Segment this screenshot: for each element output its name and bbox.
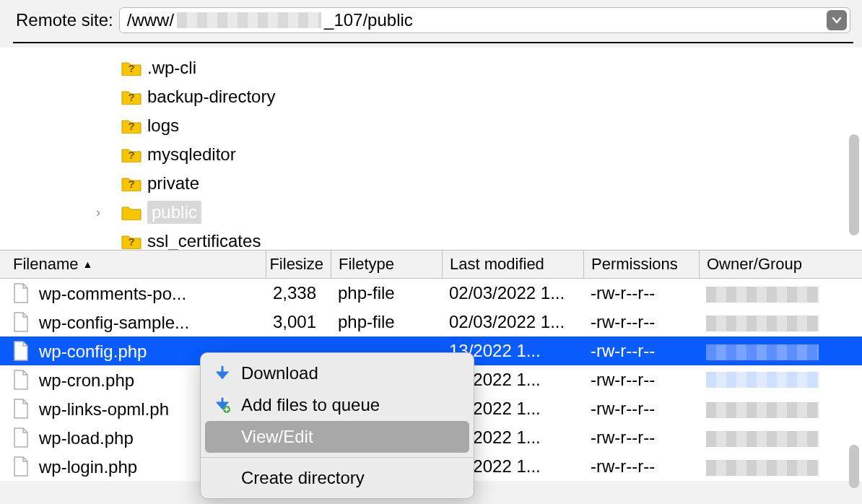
column-filename[interactable]: Filename▲ <box>13 251 266 278</box>
ctx-download[interactable]: Download <box>201 357 474 389</box>
tree-item-label: mysqleditor <box>147 144 236 165</box>
folder-unknown-icon <box>121 89 142 105</box>
tree-scrollbar[interactable] <box>849 134 859 235</box>
file-table-scrollbar[interactable] <box>849 445 859 488</box>
cell-permissions: -rw-r--r-- <box>583 427 699 448</box>
cell-filetype: php-file <box>331 312 442 332</box>
ctx-create-directory-label: Create directory <box>241 468 365 488</box>
remote-tree-pane: ›.wp-cli›backup-directory›logs›mysqledit… <box>0 48 862 250</box>
tree-item-private[interactable]: ›private <box>116 169 862 198</box>
tree-item--wp-cli[interactable]: ›.wp-cli <box>116 53 862 82</box>
file-icon <box>13 399 29 419</box>
cell-ownergroup <box>699 457 826 476</box>
folder-unknown-icon <box>121 175 142 191</box>
column-permissions[interactable]: Permissions <box>583 251 699 278</box>
ctx-view-edit-label: View/Edit <box>241 427 313 447</box>
file-icon <box>13 427 29 448</box>
folder-unknown-icon <box>121 118 142 134</box>
cell-permissions: -rw-r--r-- <box>583 341 699 361</box>
column-ownergroup-label: Owner/Group <box>707 255 802 274</box>
ownergroup-blurred <box>706 431 819 447</box>
folder-open-icon <box>121 204 142 220</box>
column-lastmodified[interactable]: Last modified <box>442 251 583 278</box>
cell-lastmodified: 02/03/2022 1... <box>442 312 583 332</box>
expand-chevron-icon[interactable]: › <box>91 205 105 220</box>
cell-ownergroup <box>699 372 826 388</box>
context-menu: Download Add files to queue View/Edit Cr… <box>200 352 474 499</box>
blank-icon <box>214 428 231 446</box>
tree-item-label: ssl_certificates <box>147 231 261 250</box>
ownergroup-blurred <box>706 460 819 476</box>
cell-filetype: php-file <box>331 283 442 303</box>
remote-path-field[interactable]: /www/_107/public <box>119 7 850 33</box>
column-filesize[interactable]: Filesize <box>266 251 331 278</box>
pathbar-divider <box>13 42 853 43</box>
column-ownergroup[interactable]: Owner/Group <box>699 251 826 278</box>
ctx-add-to-queue-label: Add files to queue <box>241 395 380 415</box>
tree-item-mysqleditor[interactable]: ›mysqleditor <box>116 140 862 169</box>
cell-filename: wp-config-sample... <box>13 312 266 333</box>
cell-permissions: -rw-r--r-- <box>583 283 699 303</box>
ownergroup-blurred <box>706 287 819 303</box>
tree-item-label: .wp-cli <box>147 58 196 78</box>
cell-ownergroup <box>699 399 826 418</box>
cell-filesize: 3,001 <box>266 312 331 332</box>
chevron-down-icon <box>832 15 842 25</box>
cell-filename: wp-comments-po... <box>13 283 266 304</box>
file-icon <box>13 341 29 361</box>
ctx-add-to-queue[interactable]: Add files to queue <box>201 389 474 421</box>
ctx-view-edit[interactable]: View/Edit <box>205 421 469 453</box>
tree-item-public[interactable]: ›public <box>116 198 862 227</box>
path-blurred-segment <box>177 12 321 28</box>
file-table-header: Filename▲ Filesize Filetype Last modifie… <box>0 250 862 279</box>
remote-site-label: Remote site: <box>16 10 113 30</box>
remote-path-bar: Remote site: /www/_107/public <box>0 0 862 42</box>
path-suffix: _107/public <box>324 10 413 30</box>
cell-permissions: -rw-r--r-- <box>583 399 699 419</box>
tree-item-label: private <box>147 173 199 194</box>
file-row[interactable]: wp-config-sample...3,001php-file02/03/20… <box>0 308 862 336</box>
column-permissions-label: Permissions <box>591 255 678 274</box>
column-filesize-label: Filesize <box>269 255 323 274</box>
cell-lastmodified: 02/03/2022 1... <box>442 283 583 303</box>
tree-item-label: backup-directory <box>147 87 275 107</box>
cell-ownergroup <box>699 284 826 303</box>
cell-filesize: 2,338 <box>266 283 331 303</box>
ownergroup-blurred <box>706 372 819 388</box>
column-lastmodified-label: Last modified <box>450 255 544 274</box>
cell-permissions: -rw-r--r-- <box>583 312 699 332</box>
file-icon <box>13 456 29 477</box>
file-icon <box>13 370 29 390</box>
tree-item-label: public <box>147 201 201 224</box>
column-filetype[interactable]: Filetype <box>331 251 442 278</box>
folder-unknown-icon <box>121 233 142 249</box>
remote-path-value: /www/_107/public <box>127 10 827 30</box>
folder-unknown-icon <box>121 60 142 76</box>
column-filename-label: Filename <box>13 255 78 274</box>
file-icon <box>13 312 29 332</box>
ctx-separator <box>201 457 474 458</box>
ctx-create-directory[interactable]: Create directory <box>201 462 474 494</box>
tree-item-label: logs <box>147 116 179 136</box>
ownergroup-blurred <box>706 344 819 360</box>
cell-ownergroup <box>699 428 826 447</box>
ownergroup-blurred <box>706 402 819 418</box>
cell-ownergroup <box>699 313 826 331</box>
file-icon <box>13 283 29 303</box>
folder-unknown-icon <box>121 147 142 162</box>
sort-asc-icon: ▲ <box>82 258 92 270</box>
column-filetype-label: Filetype <box>339 255 394 274</box>
ctx-download-label: Download <box>241 363 318 383</box>
path-prefix: /www/ <box>127 10 174 30</box>
ownergroup-blurred <box>706 316 819 331</box>
path-dropdown-button[interactable] <box>827 10 847 30</box>
tree-item-logs[interactable]: ›logs <box>116 111 862 140</box>
blank-icon <box>214 469 231 487</box>
cell-permissions: -rw-r--r-- <box>583 456 699 477</box>
file-row[interactable]: wp-comments-po...2,338php-file02/03/2022… <box>0 279 862 308</box>
tree-item-ssl-certificates[interactable]: ›ssl_certificates <box>116 227 862 250</box>
add-to-queue-icon <box>214 396 231 414</box>
cell-ownergroup <box>699 342 826 360</box>
tree-item-backup-directory[interactable]: ›backup-directory <box>116 82 862 111</box>
cell-permissions: -rw-r--r-- <box>583 370 699 390</box>
